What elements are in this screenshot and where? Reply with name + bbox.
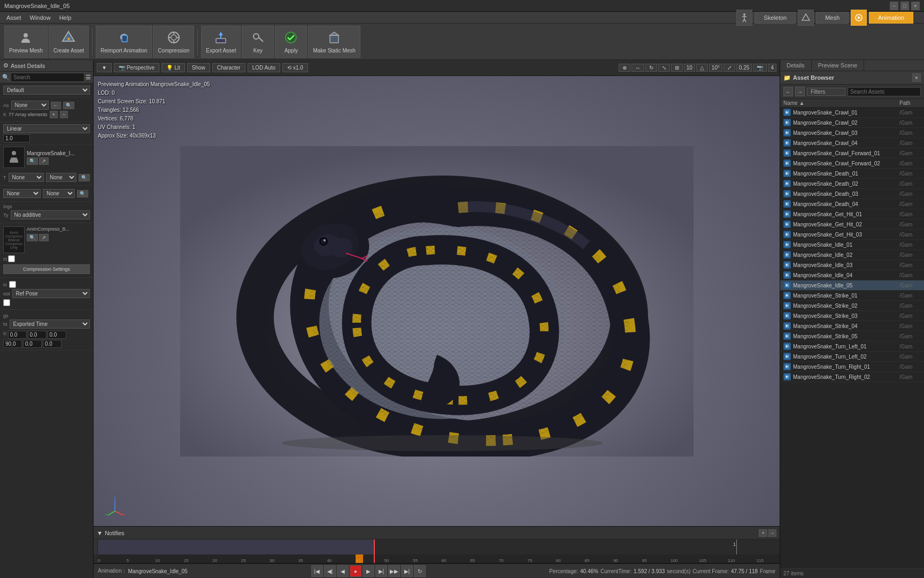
asset-row[interactable]: MangroveSnake_Crawl_Forward_01/Gam bbox=[780, 148, 924, 158]
grid-btn[interactable]: ⊞ bbox=[671, 64, 683, 72]
notifies-arrow[interactable]: ▼ bbox=[97, 530, 103, 536]
close-button[interactable]: × bbox=[911, 2, 920, 10]
maximize-button[interactable]: □ bbox=[900, 2, 909, 10]
asset-row[interactable]: MangroveSnake_Crawl_03/Gam bbox=[780, 128, 924, 138]
apply-button[interactable]: Apply bbox=[275, 26, 307, 58]
compression-button[interactable]: Compression bbox=[153, 26, 194, 58]
anim-search-btn[interactable]: 🔍 bbox=[27, 157, 38, 165]
create-asset-button[interactable]: ★ Create Asset bbox=[49, 26, 89, 58]
transform-q-btn[interactable]: ⊕ bbox=[619, 64, 630, 72]
transform-e-btn[interactable]: ↻ bbox=[645, 64, 657, 72]
anim-nav-btn[interactable]: ↗ bbox=[39, 157, 49, 165]
asset-row[interactable]: MangroveSnake_Crawl_01/Gam bbox=[780, 108, 924, 118]
skeleton-icon-btn[interactable] bbox=[736, 10, 752, 26]
tab-skeleton[interactable]: Skeleton bbox=[754, 12, 796, 24]
play-btn[interactable]: ▶ bbox=[363, 565, 374, 577]
io-checkbox[interactable] bbox=[9, 281, 16, 288]
asset-row[interactable]: MangroveSnake_Turn_Left_01/Gam bbox=[780, 341, 924, 352]
viewport-canvas[interactable]: Previewing Animation MangroveSnake_Idle_… bbox=[94, 76, 780, 526]
make-static-mesh-button[interactable]: Make Static Mesh bbox=[308, 26, 360, 58]
perspective-btn[interactable]: 📷 Perspective bbox=[114, 63, 159, 72]
mesh-icon-btn[interactable] bbox=[798, 10, 814, 26]
asset-search-btn[interactable]: 🔍 bbox=[63, 102, 74, 109]
loop-btn[interactable]: ↻ bbox=[414, 565, 426, 577]
asset-row[interactable]: MangroveSnake_Turn_Right_01/Gam bbox=[780, 362, 924, 372]
asset-row[interactable]: MangroveSnake_Crawl_04/Gam bbox=[780, 138, 924, 148]
none-search-btn-2[interactable]: 🔍 bbox=[77, 190, 88, 197]
timeline-playhead[interactable] bbox=[374, 539, 375, 554]
lit-btn[interactable]: 💡 Lit bbox=[161, 63, 185, 72]
menu-window[interactable]: Window bbox=[26, 13, 55, 22]
x-input[interactable] bbox=[8, 331, 27, 339]
asset-back-btn[interactable]: ← bbox=[783, 87, 793, 96]
tab-animation[interactable]: Animation bbox=[869, 12, 913, 24]
angle-icon[interactable]: △ bbox=[696, 64, 708, 72]
step-back-btn[interactable]: ◀| bbox=[324, 565, 336, 577]
none-sub-select-1[interactable]: None bbox=[46, 173, 76, 182]
scale-btn[interactable]: ⟲ x1.0 bbox=[282, 63, 308, 72]
exported-time-select[interactable]: Exported Time bbox=[10, 320, 90, 329]
animation-icon-btn[interactable] bbox=[851, 10, 867, 26]
z-input[interactable] bbox=[48, 331, 66, 339]
y-input[interactable] bbox=[28, 331, 47, 339]
export-asset-button[interactable]: Export Asset bbox=[201, 26, 241, 58]
asset-row[interactable]: MangroveSnake_Get_Hit_01/Gam bbox=[780, 209, 924, 219]
asset-row[interactable]: MangroveSnake_Crawl_02/Gam bbox=[780, 118, 924, 128]
asset-row[interactable]: MangroveSnake_Idle_03/Gam bbox=[780, 260, 924, 270]
asset-browser-close-btn[interactable]: × bbox=[912, 73, 921, 82]
left-panel-scroll[interactable]: Default As None ← 🔍 K 77 Array elements … bbox=[0, 83, 93, 578]
minimize-button[interactable]: − bbox=[890, 2, 898, 10]
prev-frame-btn[interactable]: ◀ bbox=[337, 565, 349, 577]
interpolation-value[interactable] bbox=[3, 134, 30, 142]
transform-w-btn[interactable]: ↔ bbox=[632, 64, 644, 72]
none-select-2[interactable]: None bbox=[3, 189, 41, 198]
asset-row[interactable]: MangroveSnake_Death_04/Gam bbox=[780, 199, 924, 209]
timeline-ruler[interactable]: 0 5 10 15 20 25 30 35 40 45 50 55 60 65 bbox=[98, 554, 780, 563]
asset-forward-btn[interactable]: → bbox=[795, 87, 805, 96]
sort-icon[interactable]: ▲ bbox=[799, 100, 804, 106]
asset-row[interactable]: MangroveSnake_Death_02/Gam bbox=[780, 179, 924, 189]
camera-speed-btn[interactable]: 📷 bbox=[753, 64, 767, 72]
next-frame-btn[interactable]: ▶| bbox=[375, 565, 387, 577]
ref-pose-select[interactable]: Ref Pose bbox=[12, 289, 90, 298]
asset-search-input[interactable] bbox=[848, 87, 921, 96]
notifies-remove-btn[interactable]: − bbox=[768, 529, 776, 537]
asset-row[interactable]: MangroveSnake_Death_03/Gam bbox=[780, 189, 924, 199]
comp-search-btn[interactable]: 🔍 bbox=[27, 234, 38, 241]
goto-end-btn[interactable]: ▶| bbox=[401, 565, 413, 577]
record-btn[interactable]: ● bbox=[350, 565, 361, 577]
asset-row[interactable]: MangroveSnake_Idle_02/Gam bbox=[780, 250, 924, 260]
asset-row[interactable]: MangroveSnake_Strike_02/Gam bbox=[780, 301, 924, 311]
menu-asset[interactable]: Asset bbox=[2, 13, 26, 22]
blend-type-select[interactable]: No additive bbox=[11, 210, 90, 219]
preview-mesh-button[interactable]: Preview Mesh bbox=[4, 26, 48, 58]
asset-row[interactable]: MangroveSnake_Get_Hit_02/Gam bbox=[780, 219, 924, 230]
tab-details[interactable]: Details bbox=[780, 60, 812, 71]
asset-row[interactable]: MangroveSnake_Idle_04/Gam bbox=[780, 270, 924, 280]
step-forward-btn[interactable]: ▶▶ bbox=[388, 565, 400, 577]
goto-start-btn[interactable]: |◀ bbox=[311, 565, 323, 577]
asset-row[interactable]: MangroveSnake_Get_Hit_03/Gam bbox=[780, 230, 924, 240]
none-sub-select-2[interactable]: None bbox=[43, 189, 75, 198]
transform-r-btn[interactable]: ⤡ bbox=[658, 64, 670, 72]
asset-none-select[interactable]: None bbox=[11, 101, 49, 110]
extra-checkbox[interactable] bbox=[3, 299, 10, 306]
character-btn[interactable]: Character bbox=[212, 63, 245, 72]
scale-icon-btn[interactable]: ⤢ bbox=[723, 64, 735, 72]
asset-row[interactable]: MangroveSnake_Idle_01/Gam bbox=[780, 240, 924, 250]
compression-settings-btn[interactable]: Compression Settings bbox=[3, 264, 90, 274]
none-select-1[interactable]: None bbox=[9, 173, 44, 182]
tab-preview-scene[interactable]: Preview Scene bbox=[812, 60, 864, 71]
ct-checkbox[interactable] bbox=[8, 255, 15, 262]
lod-btn[interactable]: LOD Auto bbox=[248, 63, 280, 72]
none-search-btn-1[interactable]: 🔍 bbox=[79, 174, 90, 181]
asset-row[interactable]: MangroveSnake_Strike_05/Gam bbox=[780, 331, 924, 341]
asset-row[interactable]: MangroveSnake_Turn_Left_02/Gam bbox=[780, 352, 924, 362]
show-btn[interactable]: Show bbox=[187, 63, 210, 72]
filter-icon[interactable]: ☰ bbox=[86, 74, 91, 81]
asset-row[interactable]: MangroveSnake_Death_01/Gam bbox=[780, 169, 924, 179]
interpolation-select[interactable]: Linear Constant bbox=[3, 124, 90, 133]
asset-row[interactable]: MangroveSnake_Idle_05/Gam bbox=[780, 280, 924, 291]
default-select[interactable]: Default bbox=[3, 86, 90, 95]
asset-row[interactable]: MangroveSnake_Strike_01/Gam bbox=[780, 291, 924, 301]
